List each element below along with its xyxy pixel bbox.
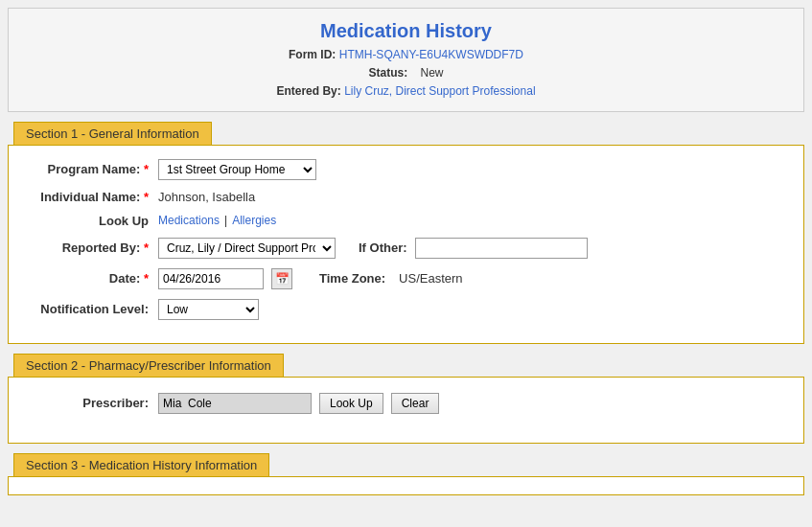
individual-name-row: Individual Name: * Johnson, Isabella (24, 190, 788, 204)
allergies-link[interactable]: Allergies (232, 214, 276, 227)
timezone-value: US/Eastern (399, 271, 462, 286)
individual-name-label: Individual Name: * (24, 190, 158, 204)
timezone-label: Time Zone: (319, 271, 385, 286)
if-other-input[interactable] (415, 238, 588, 259)
header-section: Medication History Form ID: HTMH-SQANY-E… (8, 8, 804, 112)
reported-by-select[interactable]: Cruz, Lily / Direct Support Prof (158, 238, 336, 259)
section2-body: Prescriber: Look Up Clear (8, 377, 804, 444)
section1-container: Section 1 - General Information Program … (8, 122, 804, 344)
notification-row: Notification Level: Low Medium High (24, 299, 788, 320)
lookup-row: Look Up Medications | Allergies (24, 214, 788, 228)
prescriber-input[interactable] (158, 393, 312, 414)
reported-by-row: Reported By: * Cruz, Lily / Direct Suppo… (24, 238, 788, 259)
page-title: Medication History (18, 20, 794, 42)
date-field: 📅 Time Zone: US/Eastern (158, 268, 788, 289)
individual-name-value: Johnson, Isabella (158, 190, 255, 204)
status-value: New (421, 66, 444, 80)
calendar-icon[interactable]: 📅 (271, 268, 292, 289)
section3-tab: Section 3 - Medication History Informati… (13, 453, 269, 476)
section3-body (8, 476, 804, 495)
prescriber-label: Prescriber: (24, 396, 158, 410)
section2-tab: Section 2 - Pharmacy/Prescriber Informat… (13, 354, 284, 377)
medications-link[interactable]: Medications (158, 214, 220, 227)
lookup-field: Medications | Allergies (158, 214, 788, 227)
status-label: Status: (368, 66, 407, 80)
lookup-separator: | (224, 214, 227, 227)
program-name-field: 1st Street Group Home (158, 159, 788, 180)
header-meta: Form ID: HTMH-SQANY-E6U4KWSWDDF7D Status… (18, 46, 794, 102)
form-id-label: Form ID: (289, 48, 336, 61)
section1-tab: Section 1 - General Information (13, 122, 212, 145)
program-name-select[interactable]: 1st Street Group Home (158, 159, 316, 180)
prescriber-field: Look Up Clear (158, 393, 788, 414)
reported-by-label: Reported By: * (24, 241, 158, 255)
lookup-links: Medications | Allergies (158, 214, 276, 227)
section1-body: Program Name: * 1st Street Group Home In… (8, 145, 804, 344)
reported-by-field: Cruz, Lily / Direct Support Prof If Othe… (158, 238, 788, 259)
if-other-label: If Other: (359, 241, 407, 255)
form-id-value: HTMH-SQANY-E6U4KWSWDDF7D (339, 48, 523, 61)
program-name-label: Program Name: * (24, 162, 158, 176)
notification-select[interactable]: Low Medium High (158, 299, 259, 320)
page-wrapper: Medication History Form ID: HTMH-SQANY-E… (0, 0, 812, 513)
date-input[interactable] (158, 268, 264, 289)
date-label: Date: * (24, 271, 158, 286)
individual-name-field: Johnson, Isabella (158, 190, 788, 204)
lookup-button[interactable]: Look Up (319, 393, 383, 414)
notification-label: Notification Level: (24, 302, 158, 316)
prescriber-row: Prescriber: Look Up Clear (24, 393, 788, 414)
entered-by-label: Entered By: (276, 84, 340, 98)
section2-container: Section 2 - Pharmacy/Prescriber Informat… (8, 354, 804, 444)
date-row: Date: * 📅 Time Zone: US/Eastern (24, 268, 788, 289)
clear-button[interactable]: Clear (391, 393, 440, 414)
entered-by-value: Lily Cruz, Direct Support Professional (344, 84, 535, 98)
section3-container: Section 3 - Medication History Informati… (8, 453, 804, 495)
lookup-label: Look Up (24, 214, 158, 228)
notification-field: Low Medium High (158, 299, 788, 320)
program-name-row: Program Name: * 1st Street Group Home (24, 159, 788, 180)
